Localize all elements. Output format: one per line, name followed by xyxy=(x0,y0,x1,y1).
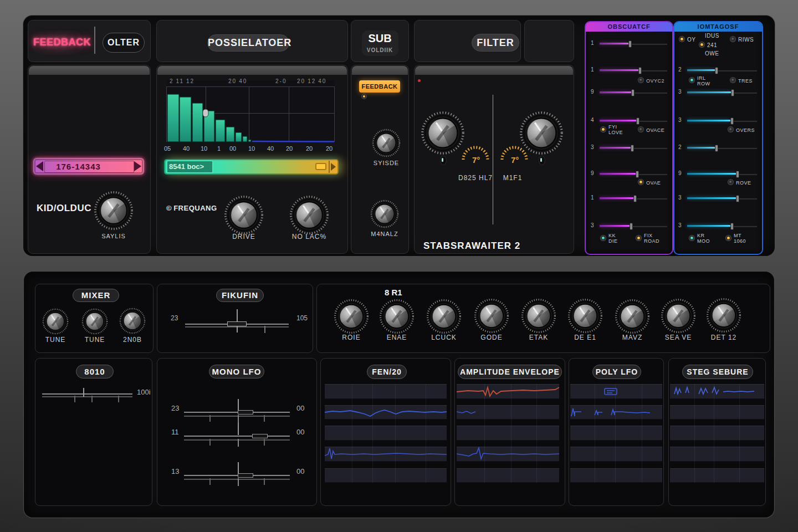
svg-text:7°: 7° xyxy=(472,155,480,165)
svg-text:7°: 7° xyxy=(511,155,519,165)
